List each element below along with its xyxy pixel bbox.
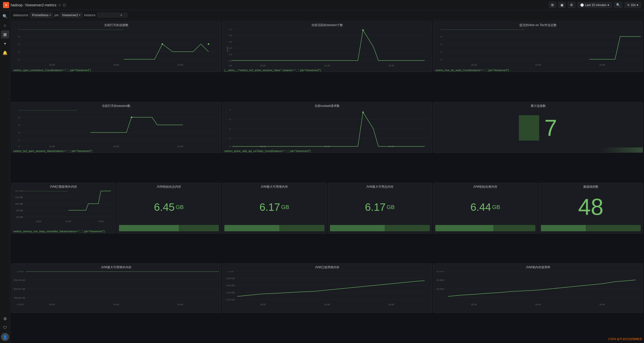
svg-text:60 MB: 60 MB xyxy=(16,216,23,218)
chart-legend-3: metrics_hive_tez_tasks_Count{instance=~"… xyxy=(433,68,643,72)
svg-text:16:35: 16:35 xyxy=(471,303,477,306)
chart-legend-2: {__name__="metrics_hs2_active_sessions_V… xyxy=(222,68,432,72)
panel-jvm-max-heap: JVM最大可用堆内存 6.17 GB xyxy=(222,183,327,234)
chart-legend-4: metrics_hs2_open_sessions_Value{instance… xyxy=(11,149,221,153)
panel-title-r4-3: JVM堆内存使用率 xyxy=(433,264,643,270)
sidebar-item-user[interactable]: 👤 xyxy=(1,333,9,341)
panel-title-jvm3: JVM最大可用堆内存 xyxy=(222,183,326,189)
svg-text:5: 5 xyxy=(18,29,20,30)
sidebar-item-shield[interactable]: 🛡 xyxy=(1,324,9,332)
svg-text:-750.00 mB: -750.00 mB xyxy=(13,297,25,299)
panel-title-jvm1: JVM已预留堆外内存 xyxy=(11,183,115,189)
refresh-btn[interactable]: ↻ 10s ▾ xyxy=(625,2,641,8)
svg-text:16:45: 16:45 xyxy=(178,145,183,148)
panel-jvm-init-heap: JVM初始化堆内存 6.44 GB xyxy=(433,183,538,234)
panel-title-3: 提交的Hive on Tez作业总数 xyxy=(433,22,643,28)
panel-tez-jobs: 提交的Hive on Tez作业总数 5 4 3 2 1 16:35 16:40… xyxy=(433,21,643,72)
svg-text:2: 2 xyxy=(440,51,442,53)
chevron-down-icon: ▾ xyxy=(608,3,609,7)
chart-area-1: 5 4 3 2 1 16:35 16:40 16:45 xyxy=(11,28,221,68)
stat-value-jvm5: 6.44 GB xyxy=(433,189,537,225)
sidebar-item-home[interactable]: ⌂ xyxy=(1,21,9,29)
stat-value-jvm2: 6.45 GB xyxy=(117,189,221,225)
svg-text:3: 3 xyxy=(18,43,20,46)
stat-value-jvm4: 6.17 GB xyxy=(328,189,432,225)
svg-text:2.5: 2.5 xyxy=(229,34,232,37)
topbar-left: hadoop / hiveserver2-metrics ☆ ⬡ xyxy=(3,2,547,8)
row4-container: JVM最大可用堆外内存 0.00 B -250.00 mB -500.00 mB… xyxy=(11,263,643,342)
svg-point-61 xyxy=(131,117,132,118)
chart-area-3: 5 4 3 2 1 16:35 16:40 16:45 xyxy=(433,28,643,68)
datasource-value: Prometheus xyxy=(32,13,48,17)
breadcrumb: hadoop / hiveserver2-metrics xyxy=(11,3,56,7)
sidebar-item-explore[interactable]: ✦ xyxy=(1,40,9,48)
sidebar: 🔍 ⌂ ⊞ ✦ 🔔 ⚙ 🛡 👤 xyxy=(0,10,10,343)
panel-title-2: 当前活跃的session个数 xyxy=(222,22,432,28)
panel-title-jvm5: JVM初始化堆内存 xyxy=(433,183,537,189)
svg-text:16:35: 16:35 xyxy=(260,303,266,306)
datasource-label: datasource xyxy=(13,13,28,17)
stat-value-jvm3: 6.17 GB xyxy=(222,189,326,225)
refresh-chevron: ▾ xyxy=(637,3,638,7)
watermark: CSDN @不会吐丝的蜘蛛侠 xyxy=(608,337,642,341)
filterbar: datasource Prometheus ▾ job hiveserver2 … xyxy=(10,10,644,20)
svg-text:-500.00 mB: -500.00 mB xyxy=(13,288,25,290)
svg-text:30.00%: 30.00% xyxy=(437,271,444,273)
sidebar-item-search[interactable]: 🔍 xyxy=(1,12,9,20)
panel-title-jvm4: JVM最大可用总内存 xyxy=(328,183,432,189)
breadcrumb-hadoop[interactable]: hadoop xyxy=(11,3,23,7)
svg-text:16:40: 16:40 xyxy=(113,64,119,66)
job-label: job xyxy=(54,13,58,17)
panel-title-4: 当前打开的session数 xyxy=(11,102,221,109)
add-panel-btn[interactable]: ⊞ xyxy=(549,2,556,8)
panel-runtask: 当前runtask请求数 4 3 2 1 0 16:35 16:40 16:45… xyxy=(222,102,432,153)
panel-jvm-max-total: JVM最大可用总内存 6.17 GB xyxy=(328,183,432,234)
svg-text:16:35: 16:35 xyxy=(49,64,55,66)
svg-point-33 xyxy=(362,29,364,31)
svg-text:1: 1 xyxy=(229,137,231,140)
view-btn[interactable]: ▣ xyxy=(558,2,566,8)
star-icon[interactable]: ☆ xyxy=(58,3,61,7)
breadcrumb-sep: / xyxy=(24,3,25,7)
time-range-label: Last 15 minutes xyxy=(585,3,607,7)
svg-text:16:40: 16:40 xyxy=(535,303,541,306)
svg-text:16:45: 16:45 xyxy=(388,64,394,67)
svg-text:16:45: 16:45 xyxy=(98,220,104,222)
sidebar-item-config[interactable]: ⚙ xyxy=(1,315,9,323)
panel-open-connections: 当前打开的连接数 5 4 3 2 1 16:35 16:40 16:45 xyxy=(11,21,221,72)
svg-text:2.0: 2.0 xyxy=(229,41,232,43)
svg-text:16:35: 16:35 xyxy=(260,64,266,67)
zoom-out-btn[interactable]: 🔍 xyxy=(614,2,622,8)
panel-title-jvm6: 巅值线程数 xyxy=(539,183,643,189)
chart-area-5: 4 3 2 1 0 16:35 16:40 16:45 xyxy=(222,109,432,149)
chart-legend-1: metrics_open_connections_Count{instance=… xyxy=(11,68,221,72)
instance-select[interactable]: ▾ xyxy=(97,13,127,17)
share-icon[interactable]: ⬡ xyxy=(63,3,66,7)
svg-text:count: count xyxy=(226,47,229,52)
svg-text:1.0: 1.0 xyxy=(229,53,232,56)
svg-text:16:40: 16:40 xyxy=(535,64,541,66)
stat-bar-jvm4 xyxy=(330,225,430,231)
settings-btn[interactable]: ⚙ xyxy=(568,2,575,8)
svg-text:1.20 GB: 1.20 GB xyxy=(226,298,235,301)
sidebar-item-dashboards[interactable]: ⊞ xyxy=(1,30,9,39)
sidebar-item-alert[interactable]: 🔔 xyxy=(1,49,9,57)
svg-text:1: 1 xyxy=(18,139,20,142)
svg-text:1.60 GB: 1.60 GB xyxy=(226,284,235,287)
svg-text:2: 2 xyxy=(18,51,20,53)
breadcrumb-dashboard[interactable]: hiveserver2-metrics xyxy=(26,3,56,7)
svg-text:0.00 B: 0.00 B xyxy=(17,271,24,273)
svg-text:1.80 GB: 1.80 GB xyxy=(226,277,235,280)
svg-text:1.40 GB: 1.40 GB xyxy=(226,291,235,294)
panel-jvm-used-heap: JVM已使用堆内存 2 GB 1.80 GB 1.60 GB 1.40 GB 1… xyxy=(222,263,432,313)
svg-text:16:45: 16:45 xyxy=(178,303,183,306)
stat-value-jvm6: 48 xyxy=(539,189,643,225)
svg-text:16:45: 16:45 xyxy=(599,303,605,306)
time-range-btn[interactable]: 🕐 Last 15 minutes ▾ xyxy=(577,2,612,8)
panel-active-sessions: 当前活跃的session个数 3.0 2.5 2.0 1.5 1.0 0.5 0… xyxy=(222,21,432,72)
panel-jvm-heap-usage: JVM堆内存使用率 30.00% 25.00% 20.00% 16:35 16:… xyxy=(433,263,643,313)
datasource-arrow: ▾ xyxy=(49,14,51,16)
svg-point-74 xyxy=(362,111,364,113)
datasource-select[interactable]: Prometheus ▾ xyxy=(30,12,53,18)
job-select[interactable]: hiveserver2 ▾ xyxy=(60,12,83,18)
